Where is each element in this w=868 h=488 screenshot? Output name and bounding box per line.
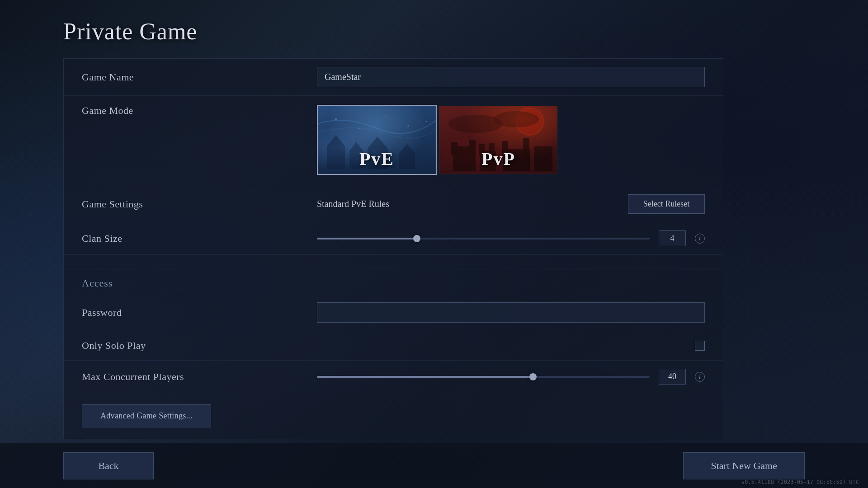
pvp-card-bg [439, 106, 557, 174]
advanced-settings-row: Advanced Game Settings... [64, 393, 723, 439]
game-settings-control: Standard PvE Rules Select Ruleset [317, 194, 705, 214]
game-name-input[interactable] [317, 67, 705, 87]
password-input[interactable] [317, 302, 705, 323]
svg-point-14 [516, 108, 543, 135]
access-title: Access [82, 277, 705, 289]
clan-size-fill [317, 238, 417, 239]
svg-point-13 [516, 108, 543, 135]
svg-rect-25 [523, 138, 529, 155]
password-label: Password [82, 307, 317, 319]
svg-marker-12 [399, 144, 415, 153]
clan-size-value: 4 [659, 230, 686, 246]
game-name-control [317, 67, 705, 87]
solo-play-row: Only Solo Play [64, 331, 723, 361]
svg-point-15 [448, 115, 503, 133]
max-players-info-icon[interactable]: i [695, 372, 705, 382]
pve-aurora [318, 106, 436, 174]
svg-point-16 [494, 111, 539, 127]
max-players-thumb[interactable] [529, 373, 537, 380]
svg-point-1 [358, 128, 359, 129]
spacer-1 [64, 255, 723, 268]
mode-cards: PvE [317, 105, 558, 175]
game-mode-control: PvE [317, 105, 705, 175]
max-players-value: 40 [659, 369, 686, 385]
pvp-scene [439, 106, 557, 174]
solo-play-checkbox-container [317, 341, 705, 351]
max-players-fill [317, 376, 533, 378]
game-settings-value: Standard PvE Rules [317, 199, 619, 209]
pvp-mode-card[interactable]: PvP [439, 105, 558, 175]
svg-rect-23 [503, 149, 530, 171]
clan-size-row: Clan Size 4 i [64, 222, 723, 255]
svg-rect-5 [327, 146, 345, 169]
svg-rect-7 [349, 151, 363, 169]
svg-rect-20 [480, 151, 496, 171]
svg-point-0 [335, 118, 337, 120]
clan-size-thumb[interactable] [413, 235, 420, 242]
clan-size-label: Clan Size [82, 233, 317, 244]
clan-size-control: 4 i [317, 230, 705, 246]
form-panel: Game Name Game Mode [63, 58, 723, 439]
svg-rect-11 [399, 153, 415, 169]
main-container: Private Game Game Name Game Mode [0, 0, 868, 488]
solo-play-label: Only Solo Play [82, 340, 317, 352]
svg-rect-22 [489, 143, 495, 155]
svg-rect-26 [534, 146, 552, 171]
svg-point-3 [407, 125, 409, 127]
pve-card-bg [318, 106, 436, 174]
svg-rect-17 [453, 146, 476, 171]
game-name-label: Game Name [82, 71, 317, 83]
svg-marker-10 [368, 136, 388, 149]
game-mode-row: Game Mode [64, 96, 723, 186]
svg-rect-9 [368, 149, 388, 169]
pve-mode-card[interactable]: PvE [317, 105, 437, 175]
select-ruleset-button[interactable]: Select Ruleset [628, 194, 705, 214]
access-header: Access [64, 268, 723, 294]
pve-label: PvE [318, 148, 436, 169]
password-row: Password [64, 294, 723, 331]
solo-play-checkbox[interactable] [695, 341, 705, 351]
svg-point-2 [385, 117, 386, 117]
svg-marker-6 [327, 135, 345, 146]
game-settings-label: Game Settings [82, 198, 317, 210]
svg-point-4 [426, 121, 427, 122]
max-players-label: Max Concurrent Players [82, 371, 317, 383]
game-name-row: Game Name [64, 59, 723, 96]
svg-marker-8 [349, 142, 363, 151]
max-players-control: 40 i [317, 369, 705, 385]
page-title: Private Game [63, 18, 723, 45]
solo-play-control [317, 341, 705, 351]
svg-rect-24 [502, 141, 508, 155]
svg-rect-18 [451, 142, 458, 155]
game-settings-row: Game Settings Standard PvE Rules Select … [64, 186, 723, 222]
max-players-slider-container [317, 376, 650, 378]
svg-rect-19 [469, 140, 476, 155]
pvp-label: PvP [439, 148, 557, 169]
clan-size-info-icon[interactable]: i [695, 234, 705, 244]
clan-size-slider-container [317, 238, 650, 239]
password-control [317, 302, 705, 323]
max-players-track[interactable] [317, 376, 650, 378]
max-players-row: Max Concurrent Players 40 i [64, 361, 723, 393]
clan-size-track[interactable] [317, 238, 650, 239]
advanced-settings-button[interactable]: Advanced Game Settings... [82, 404, 211, 427]
game-mode-label: Game Mode [82, 105, 317, 117]
svg-rect-21 [479, 144, 485, 155]
